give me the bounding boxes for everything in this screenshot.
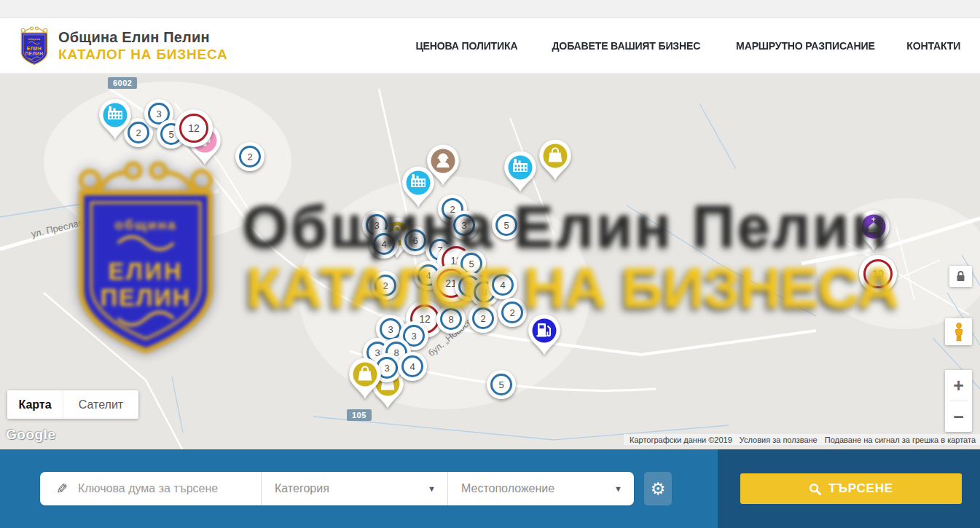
nav-contacts[interactable]: КОНТАКТИ	[907, 39, 961, 52]
cluster-marker[interactable]: 2	[469, 304, 498, 333]
church-pin[interactable]	[856, 209, 891, 256]
map-type-control: Карта Сателит	[7, 390, 138, 419]
cluster-marker[interactable]: 5	[492, 210, 521, 240]
map-copyright: Картографски данни ©2019	[630, 436, 732, 444]
factory-pin[interactable]	[401, 165, 436, 212]
svg-text:ЕЛИН: ЕЛИН	[27, 45, 42, 50]
chevron-down-icon: ▼	[428, 484, 436, 493]
main-nav: ЦЕНОВА ПОЛИТИКА ДОБАВЕТЕ ВАШИЯТ БИЗНЕС М…	[412, 39, 963, 52]
cluster-marker[interactable]: 2	[235, 142, 264, 171]
map-view-button[interactable]: Карта	[7, 390, 63, 419]
nav-pricing-policy[interactable]: ЦЕНОВА ПОЛИТИКА	[416, 39, 518, 52]
pegman-icon	[953, 323, 965, 342]
site-title: Община Елин Пелин	[58, 29, 228, 46]
gear-icon: ⚙	[651, 479, 666, 499]
zoom-control: + −	[945, 370, 972, 432]
map-attribution: Картографски данни ©2019 Условия за полз…	[624, 434, 980, 445]
top-strip	[0, 0, 980, 18]
location-value: Местоположение	[461, 482, 554, 495]
pencil-icon: ✎	[56, 481, 68, 497]
map-canvas[interactable]: 6002 105 ул. Преслав бул. „Новосел 34671…	[0, 74, 980, 449]
zoom-in-button[interactable]: +	[945, 370, 972, 401]
fuel-pin[interactable]	[527, 313, 562, 360]
keyword-input[interactable]	[78, 482, 246, 495]
cluster-marker[interactable]: 4	[369, 229, 399, 259]
cluster-marker[interactable]: 2	[498, 298, 527, 327]
search-button-label: ТЪРСЕНЕ	[828, 481, 893, 496]
site-logo[interactable]: община ЕЛИН ПЕЛИН Община Елин Пелин КАТА…	[17, 25, 228, 66]
advanced-search-button[interactable]: ⚙	[644, 472, 672, 505]
cluster-marker[interactable]: 12	[175, 109, 213, 147]
svg-text:ПЕЛИН: ПЕЛИН	[26, 51, 44, 56]
cluster-marker[interactable]: 10	[859, 255, 897, 293]
svg-text:община: община	[28, 38, 41, 41]
zoom-out-button[interactable]: −	[945, 401, 972, 432]
search-icon	[809, 483, 821, 495]
nav-add-business[interactable]: ДОБАВЕТЕ ВАШИЯТ БИЗНЕС	[552, 39, 700, 52]
street-view-pegman[interactable]	[945, 318, 972, 345]
cluster-marker[interactable]: 8	[436, 304, 466, 334]
cluster-marker[interactable]: 5	[487, 370, 516, 399]
lock-icon	[956, 271, 965, 282]
category-select[interactable]: Категория ▼	[261, 472, 447, 505]
search-button[interactable]: ТЪРСЕНЕ	[740, 473, 962, 504]
site-subtitle: КАТАЛОГ НА БИЗНЕСА	[58, 47, 228, 63]
road-badge: 105	[347, 409, 372, 421]
factory-pin[interactable]	[503, 150, 538, 197]
cluster-marker[interactable]: 2	[371, 271, 400, 300]
report-error-link[interactable]: Подаване на сигнал за грешка в картата	[825, 436, 976, 444]
cluster-marker[interactable]: 4	[488, 270, 517, 299]
municipality-logo-icon: община ЕЛИН ПЕЛИН	[17, 25, 51, 66]
shopping-bag-pin[interactable]	[348, 357, 383, 403]
chevron-down-icon: ▼	[614, 484, 622, 493]
location-select[interactable]: Местоположение ▼	[447, 472, 634, 505]
header: община ЕЛИН ПЕЛИН Община Елин Пелин КАТА…	[0, 18, 980, 74]
terms-link[interactable]: Условия за ползване	[740, 436, 818, 444]
category-value: Категория	[275, 482, 329, 495]
lock-control[interactable]	[949, 266, 972, 287]
factory-pin[interactable]	[98, 98, 133, 144]
shopping-bag-pin[interactable]	[538, 138, 573, 185]
google-logo[interactable]: Google	[6, 427, 55, 443]
satellite-view-button[interactable]: Сателит	[63, 390, 138, 419]
cluster-marker[interactable]: 4	[398, 352, 427, 381]
search-fields: ✎ Категория ▼ Местоположение ▼	[40, 472, 634, 505]
road-badge: 6002	[108, 77, 137, 89]
search-bar: ✎ Категория ▼ Местоположение ▼ ⚙ ТЪРСЕНЕ	[0, 449, 980, 528]
nav-route-schedule[interactable]: МАРШРУТНО РАЗПИСАНИЕ	[736, 39, 875, 52]
cluster-marker[interactable]: 3	[450, 210, 479, 240]
